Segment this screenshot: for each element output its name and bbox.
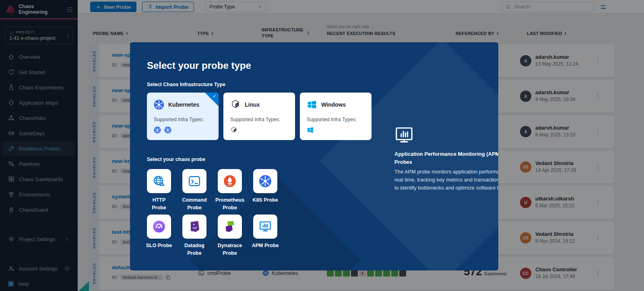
probe-tile-datadog-probe[interactable]: [182, 215, 206, 239]
supported-infra-label: Supported Infra Types:: [230, 117, 288, 122]
probe-tile-label: APM Probe: [248, 242, 283, 250]
supported-infra-label: Supported Infra Types:: [307, 117, 365, 122]
probe-tile-col: SLO Probe: [147, 215, 171, 239]
prometheus-icon: [223, 175, 236, 188]
infrastructure-name: Kubernetes: [168, 101, 199, 108]
probe-tile-apm-probe[interactable]: [253, 215, 277, 239]
probe-tile-col: HTTP Probe: [147, 169, 171, 193]
command-probe-icon: [188, 175, 201, 188]
probe-tile-http-probe[interactable]: [147, 169, 171, 193]
infra-section-label: Select Chaos Infrastructure Type: [147, 82, 225, 87]
infrastructure-name: Windows: [321, 101, 346, 108]
modal-title: Select your probe type: [147, 60, 251, 71]
kubernetes-icon: [154, 126, 161, 134]
probe-tile-col: Prometheus Probe: [218, 169, 242, 193]
apm-detail-title: Application Performance Monitoring (APM)…: [394, 150, 498, 166]
probe-tile-label: K8S Probe: [248, 196, 283, 204]
probe-tile-label: Command Probe: [177, 196, 212, 212]
probe-tile-col: K8S Probe: [253, 169, 277, 193]
probe-tile-label: SLO Probe: [141, 242, 177, 250]
select-probe-type-modal: Select your probe type Select Chaos Infr…: [130, 42, 498, 270]
probe-tile-label: Prometheus Probe: [212, 196, 248, 212]
probe-tile-label: HTTP Probe: [141, 196, 177, 212]
infrastructure-card-kubernetes[interactable]: ✓ Kubernetes Supported Infra Types:: [147, 93, 219, 140]
probe-tile-command-probe[interactable]: [182, 169, 206, 193]
probe-tile-slo-probe[interactable]: [147, 215, 171, 239]
probe-tile-dynatrace-probe[interactable]: [218, 215, 242, 239]
probe-tile-col: Command Probe: [182, 169, 206, 193]
supported-infra-icons: [154, 126, 212, 134]
windows-icon: [307, 126, 314, 134]
probe-tile-col: APM Probe: [253, 215, 277, 239]
probe-tile-label: Datadog Probe: [177, 242, 212, 257]
http-probe-icon: [153, 175, 165, 188]
supported-infra-label: Supported Infra Types:: [154, 117, 212, 122]
app-root: Chaos Engineering PROJECT 1-41-x-chaos-p…: [0, 0, 644, 291]
apm-detail-description: The APM probe monitors application perfo…: [394, 168, 498, 192]
slo-probe-icon: [153, 220, 165, 233]
monitor-icon: [394, 126, 414, 145]
dynatrace-icon: [223, 220, 236, 233]
linux-icon: $: [230, 99, 241, 110]
probe-tile-col: Datadog Probe: [182, 215, 206, 239]
supported-infra-icons: $: [230, 126, 288, 134]
kubernetes-icon: [259, 175, 272, 188]
apm-probe-icon: [259, 220, 272, 233]
infrastructure-card-windows[interactable]: ✓ Windows Supported Infra Types:: [300, 93, 372, 140]
infrastructure-card-linux[interactable]: ✓ $ Linux Supported Infra Types: $: [223, 93, 295, 140]
windows-icon: [307, 99, 317, 110]
linux-icon: $: [230, 126, 237, 134]
probe-tile-prometheus-probe[interactable]: [218, 169, 242, 193]
probe-tile-k8s-probe[interactable]: [253, 169, 277, 193]
kubernetes-icon: [164, 126, 171, 134]
check-icon: ✓: [213, 93, 217, 99]
supported-infra-icons: [307, 126, 365, 134]
probe-section-label: Select your chaos probe: [147, 157, 205, 162]
infrastructure-name: Linux: [245, 101, 260, 108]
probe-tile-label: Dynatrace Probe: [212, 242, 248, 257]
kubernetes-icon: [154, 99, 164, 110]
datadog-icon: [188, 220, 201, 233]
svg-text:$: $: [236, 104, 238, 107]
probe-tile-col: Dynatrace Probe: [218, 215, 242, 239]
